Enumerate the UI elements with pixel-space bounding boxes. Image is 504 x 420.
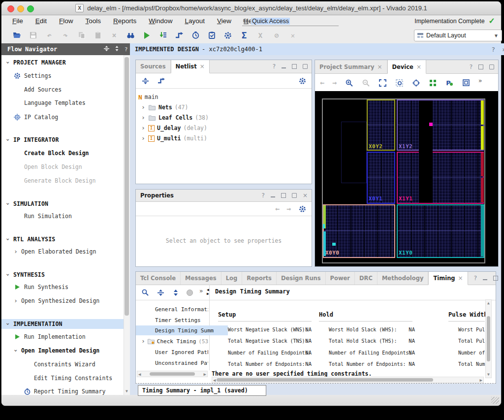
back-arrow-icon[interactable]: ← <box>320 78 324 87</box>
fn-item-ip-catalog[interactable]: IP Catalog <box>1 112 124 122</box>
tab-drc[interactable]: DRC <box>355 272 378 285</box>
scroll-down-icon[interactable]: ▼ <box>487 372 490 377</box>
chevron-icon[interactable]: › <box>141 115 146 120</box>
scrollbar-thumb[interactable] <box>487 316 490 361</box>
fn-item-constraints-wizard[interactable]: Constraints Wizard <box>1 359 124 369</box>
netlist-item-leaf-cells[interactable]: › Leaf Cells (38) <box>141 113 209 123</box>
expand-all-icon[interactable] <box>171 288 180 297</box>
fn-item-settings[interactable]: Settings <box>1 71 124 81</box>
report-timing-icon[interactable] <box>191 31 200 40</box>
timing-hscrollbar[interactable]: ◀ ▶ <box>212 377 484 383</box>
sigma-report-icon[interactable]: Σ <box>240 31 249 40</box>
tab-device[interactable]: Device× <box>387 60 426 74</box>
section-project-manager[interactable]: › PROJECT MANAGER <box>1 58 124 67</box>
fn-item-add-sources[interactable]: Add Sources <box>1 85 124 95</box>
help-icon[interactable]: ? <box>474 275 477 282</box>
timing-nav-design-timing-summary[interactable]: Design Timing Summ <box>136 325 228 335</box>
help-icon[interactable]: ? <box>125 46 128 53</box>
close-icon[interactable]: × <box>502 46 504 53</box>
settings-gear-icon[interactable] <box>298 76 307 85</box>
menu-view[interactable]: View <box>217 17 231 25</box>
scroll-to-selected-icon[interactable] <box>157 76 165 85</box>
tab-log[interactable]: Log <box>221 272 242 285</box>
tab-project-summary[interactable]: Project Summary× <box>315 60 387 73</box>
tab-netlist[interactable]: Netlist× <box>171 60 210 73</box>
minimize-panel-icon[interactable] <box>271 196 275 197</box>
tab-reports[interactable]: Reports <box>242 272 277 285</box>
quick-access-search[interactable]: Quick Access <box>242 16 339 26</box>
open-project-icon[interactable] <box>12 31 21 40</box>
layout-selector[interactable]: Default Layout ▼ <box>414 30 502 41</box>
timing-nav-check-timing[interactable]: › Check Timing (53) <box>141 336 209 346</box>
autofit-selection-icon[interactable] <box>411 78 420 87</box>
chevron-icon[interactable]: › <box>5 237 10 242</box>
maximize-panel-icon[interactable] <box>281 193 286 198</box>
timing-nav-timer-settings[interactable]: Timer Settings <box>155 315 208 325</box>
settings-gear-icon[interactable] <box>298 204 307 213</box>
chevron-icon[interactable]: › <box>141 136 146 141</box>
scroll-right-icon[interactable]: ▶ <box>480 378 482 383</box>
fn-item-open-implemented-design[interactable]: › Open Implemented Design <box>1 346 124 355</box>
tab-timing[interactable]: Timing× <box>428 272 468 285</box>
maximize-panel-icon[interactable] <box>292 64 297 69</box>
scrollbar-thumb[interactable] <box>150 372 195 376</box>
zoom-selection-icon[interactable] <box>395 78 404 87</box>
collapse-all-icon[interactable] <box>141 76 150 85</box>
menu-tools[interactable]: Tools <box>86 17 101 25</box>
scroll-right-icon[interactable]: ▶ <box>204 372 206 377</box>
tab-design-runs[interactable]: Design Runs <box>277 272 326 285</box>
zoom-window-button[interactable] <box>27 5 34 12</box>
fn-item-language-templates[interactable]: Language Templates <box>1 98 124 108</box>
search-icon[interactable] <box>141 288 150 297</box>
scroll-down-icon[interactable]: ▼ <box>125 389 129 393</box>
close-tab-icon[interactable]: × <box>377 64 382 70</box>
timing-vscrollbar[interactable]: ▲ ▼ <box>485 299 492 378</box>
fn-item-edit-timing-constraints[interactable]: Edit Timing Constraints <box>1 373 124 383</box>
scroll-left-icon[interactable]: ◀ <box>138 372 141 377</box>
title-bar[interactable]: X delay_elm - [/media/psf/Dropbox/home/w… <box>1 1 501 15</box>
fn-item-open-synthesized-design[interactable]: › Open Synthesized Design <box>1 296 124 306</box>
help-icon[interactable]: ? <box>491 46 495 53</box>
timing-nav-general-information[interactable]: General Informatio <box>155 304 208 314</box>
placed-cell-marker[interactable] <box>429 123 433 126</box>
minimize-panel-icon[interactable] <box>282 67 286 68</box>
netlist-root[interactable]: N main <box>138 92 158 102</box>
abort-icon[interactable]: ✕ <box>288 31 297 40</box>
tab-methodology[interactable]: Methodology <box>378 272 429 285</box>
close-tab-icon[interactable]: × <box>458 275 463 282</box>
forward-arrow-icon[interactable]: → <box>332 78 337 87</box>
chevron-icon[interactable]: › <box>13 348 18 353</box>
float-panel-icon[interactable] <box>292 193 297 198</box>
flow-navigator-scrollbar-thumb[interactable] <box>125 57 129 316</box>
scrollbar-thumb[interactable] <box>217 378 433 382</box>
collapse-all-icon[interactable] <box>104 46 109 53</box>
menu-flow[interactable]: Flow <box>59 17 73 25</box>
zoom-fit-icon[interactable] <box>378 78 387 87</box>
fn-item-open-elaborated-design[interactable]: › Open Elaborated Design <box>1 247 124 257</box>
section-synthesis[interactable]: › SYNTHESIS <box>1 270 124 280</box>
tab-power[interactable]: Power <box>326 272 355 285</box>
placement-icon[interactable]: P <box>445 78 454 87</box>
attach-icon[interactable]: ⊘ <box>272 31 281 40</box>
scroll-left-icon[interactable]: ◀ <box>213 378 216 383</box>
netlist-item-u-delay[interactable]: › I U_delay (delay) <box>141 123 207 133</box>
resize-grip-icon[interactable] <box>491 397 499 404</box>
timing-nav-user-ignored-paths[interactable]: User Ignored Paths <box>155 347 208 357</box>
settings-gear-icon[interactable] <box>223 31 232 40</box>
window-view-icon[interactable] <box>462 78 471 87</box>
paste-icon[interactable] <box>94 31 102 40</box>
netlist-item-nets[interactable]: › Nets (47) <box>141 102 188 112</box>
chevron-icon[interactable]: › <box>141 126 146 130</box>
chevron-icon[interactable]: › <box>5 272 10 277</box>
maximize-panel-icon[interactable] <box>478 65 483 69</box>
close-window-button[interactable] <box>7 5 14 12</box>
find-icon[interactable] <box>126 31 135 40</box>
menu-layout[interactable]: Layout <box>185 17 205 25</box>
chevron-icon[interactable]: › <box>5 201 10 206</box>
delete-icon[interactable]: × <box>110 31 119 40</box>
timing-nav-unconstrained-paths[interactable]: Unconstrained Path <box>155 358 208 368</box>
netlist-item-u-multi[interactable]: › I U_multi (multi) <box>141 133 207 143</box>
quick-access-text[interactable]: Quick Access <box>251 18 290 25</box>
cancel-run-icon[interactable]: X <box>256 31 265 40</box>
validate-icon[interactable] <box>207 31 216 40</box>
